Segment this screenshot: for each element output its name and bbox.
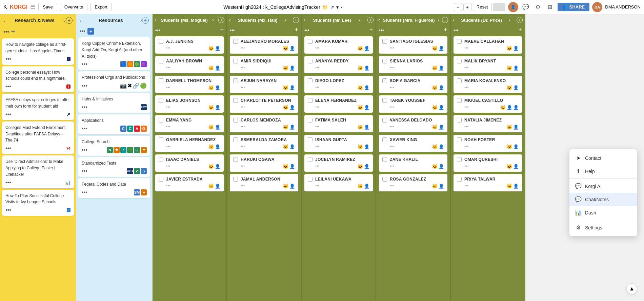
- resource-card-6[interactable]: Standardized Tests ••• ACT ✓ S: [78, 157, 150, 177]
- share-button[interactable]: 👥 SHARE: [558, 3, 590, 11]
- card-dots[interactable]: •••: [82, 104, 87, 110]
- context-chat-notes[interactable]: 💬 Chat/Notes: [569, 193, 637, 206]
- col-add-mrs-figueroa[interactable]: +: [442, 17, 448, 23]
- card-dots[interactable]: •••: [82, 189, 87, 195]
- student-ishaan-gupta[interactable]: ISHAAN GUPTA•••🐱👤: [304, 135, 373, 152]
- reset-button[interactable]: Reset: [473, 3, 492, 11]
- student-amir-siddiqui[interactable]: AMIR SIDDIQUI•••🐱👤: [230, 56, 298, 73]
- student-jocelyn-ramirez[interactable]: JOCELYN RAMIREZ•••🐱👤: [304, 154, 373, 172]
- context-help[interactable]: ℹ Help: [569, 165, 637, 178]
- card-dots[interactable]: •••: [82, 61, 87, 67]
- resource-card-5[interactable]: College Search ••• N ★ ✓ 🌿 G ✦: [78, 136, 150, 156]
- student-jamal-anderson[interactable]: JAMAL ANDERSON•••🐱👤: [230, 174, 298, 191]
- research-card-3[interactable]: FAFSA delays spur colleges to offer thei…: [2, 94, 74, 120]
- resource-card-1[interactable]: Korgi Clipper Chrome Extension, Korgi Ad…: [78, 37, 150, 70]
- student-miguel-castillo[interactable]: MIGUEL CASTILLO•••🐱👤👤: [454, 95, 522, 113]
- student-tarek-youssef[interactable]: TAREK YOUSSEF•••🐱👤: [379, 95, 447, 113]
- student-alejandro-morales[interactable]: ALEJANDRO MORALES•••🐱👤: [230, 36, 298, 54]
- research-card-1[interactable]: How to navigate college as a first-gen s…: [2, 38, 74, 65]
- col-plus2-ms-moguel[interactable]: +: [220, 26, 224, 34]
- col-add-resources[interactable]: +: [142, 17, 149, 24]
- col-plus-research[interactable]: +: [11, 28, 15, 36]
- zoom-out-button[interactable]: −: [454, 3, 462, 11]
- scroll-up-button[interactable]: ▲: [626, 283, 637, 294]
- card-dots[interactable]: •••: [5, 207, 11, 213]
- resource-card-7[interactable]: Federal Codes and Data ••• SM ✦: [78, 178, 150, 198]
- student-xavier-king[interactable]: XAVIER KING•••🐱👤: [379, 135, 447, 152]
- student-haruki-ogawa[interactable]: HARUKI OGAWA•••🐱👤: [230, 154, 298, 172]
- context-dash[interactable]: 📊 Dash: [569, 206, 637, 219]
- col-prev-mr-lee[interactable]: ‹: [304, 17, 305, 23]
- student-aj-jenkins[interactable]: A.J. JENKINS•••🐱👤: [155, 36, 224, 54]
- col-dots-mrs-figueroa[interactable]: •••: [379, 27, 384, 33]
- student-priya-talwar[interactable]: PRIYA TALWAR•••🐱👤: [454, 174, 522, 191]
- col-add-mr-lee[interactable]: +: [367, 17, 374, 23]
- context-contact[interactable]: ➤ Contact: [569, 151, 637, 165]
- card-dots[interactable]: •••: [5, 111, 11, 117]
- grid-icon-button[interactable]: ⊞: [545, 2, 555, 12]
- student-omar-qureshi[interactable]: OMAR QURESHI•••🐱👤: [454, 154, 522, 172]
- student-vanessa-delgado[interactable]: VANESSA DELGADO•••🐱👤: [379, 115, 447, 132]
- student-maeve-callahan[interactable]: MAEVE CALLAHAN•••🐱👤: [454, 36, 522, 54]
- student-javier-estrada[interactable]: JAVIER ESTRADA•••🐱👤: [155, 174, 224, 191]
- student-natalia-jimenez[interactable]: NATALIA JIMENEZ•••🐱👤: [454, 115, 522, 132]
- student-leilani-uekawa[interactable]: LEILANI UEKAWA•••🐱👤: [304, 174, 373, 191]
- save-button[interactable]: Save: [38, 3, 57, 11]
- student-gabriela-hernandez[interactable]: GABRIELA HERNANDEZ•••🐱👤: [155, 135, 224, 152]
- research-card-4[interactable]: Colleges Must Extend Enrollment Deadline…: [2, 121, 74, 154]
- student-malik-bryant[interactable]: MALIK BRYANT•••🐱👤: [454, 56, 522, 73]
- col-dots-ms-moguel[interactable]: •••: [155, 27, 160, 33]
- student-elias-johnson[interactable]: ELIAS JOHNSON•••🐱👤: [155, 95, 224, 113]
- student-arjun-narayan[interactable]: ARJUN NARAYAN•••🐱👤: [230, 76, 298, 93]
- card-dots[interactable]: •••: [82, 168, 87, 174]
- research-card-2[interactable]: College personal essays: How schools cou…: [2, 66, 74, 93]
- resource-card-3[interactable]: Hubs & Initiatives ••• ACT: [78, 93, 150, 113]
- research-card-6[interactable]: How To Plan Successful College Visits to…: [2, 190, 74, 216]
- card-dots[interactable]: •••: [5, 180, 11, 186]
- title-share-icon[interactable]: ↗: [330, 4, 334, 10]
- col-plus2-mr-lee[interactable]: +: [369, 26, 373, 34]
- title-folder-icon[interactable]: 📁: [322, 4, 328, 10]
- col-plus2-dr-price[interactable]: +: [518, 26, 522, 34]
- zoom-in-button[interactable]: +: [463, 3, 471, 11]
- col-next-mrs-figueroa[interactable]: ›: [438, 17, 439, 23]
- student-amara-kumar[interactable]: AMARA KUMAR•••🐱👤: [304, 36, 373, 54]
- card-dots[interactable]: •••: [5, 83, 11, 90]
- col-dots-mr-lee[interactable]: •••: [304, 27, 309, 33]
- student-diego-lopez[interactable]: DIEGO LOPEZ•••🐱👤: [304, 76, 373, 93]
- card-dots[interactable]: •••: [82, 126, 87, 132]
- student-santiago-iglesias[interactable]: SANTIAGO IGLESIAS•••🐱👤: [379, 36, 447, 54]
- student-ananya-reddy[interactable]: ANANYA REDDY•••🐱👤: [304, 56, 373, 73]
- student-sofia-garcia[interactable]: SOFIA GARCIA•••🐱👤: [379, 76, 447, 93]
- student-zane-khalil[interactable]: ZANE KHALIL•••🐱👤: [379, 154, 447, 172]
- student-sienna-larios[interactable]: SIENNA LARIOS•••🐱👤: [379, 56, 447, 73]
- export-button[interactable]: Export: [90, 3, 112, 11]
- context-settings[interactable]: ⚙ Settings: [569, 221, 637, 234]
- col-add-ms-moguel[interactable]: +: [218, 17, 224, 23]
- student-charlotte-peterson[interactable]: CHARLOTTE PETERSON•••🐱👤: [230, 95, 298, 113]
- col-next-dr-price[interactable]: ›: [508, 17, 510, 23]
- resource-card-2[interactable]: Professional Orgs and Publications ••• 📷…: [78, 71, 150, 92]
- col-next-mr-lee[interactable]: ›: [358, 17, 360, 23]
- col-add-research[interactable]: +: [66, 17, 73, 24]
- student-carlos-mendoza[interactable]: CARLOS MENDOZA•••🐱👤: [230, 115, 298, 132]
- col-prev-ms-moguel[interactable]: ‹: [155, 17, 156, 23]
- col-plus2-mx-hall[interactable]: +: [295, 26, 298, 34]
- student-maria-kovalenko[interactable]: MARIA KOVALENKO•••🐱👤: [454, 76, 522, 93]
- hamburger-menu-icon[interactable]: ☰: [30, 3, 36, 11]
- title-next-icon[interactable]: ›: [341, 4, 342, 10]
- col-plus-resources[interactable]: +: [87, 28, 94, 35]
- col-next-ms-moguel[interactable]: ›: [212, 17, 214, 23]
- col-dots-resources[interactable]: •••: [80, 28, 85, 34]
- card-dots[interactable]: •••: [82, 147, 87, 153]
- student-aaliyah-brown[interactable]: AALIYAH BROWN•••🐱👤: [155, 56, 224, 73]
- col-dots-mx-hall[interactable]: •••: [230, 27, 235, 33]
- student-darnell-thompson[interactable]: DARNELL THOMPSON•••🐱👤: [155, 76, 224, 93]
- context-korgi-ai[interactable]: 💬 Korgi AI: [569, 180, 637, 193]
- student-emma-yang[interactable]: EMMA YANG•••🐱👤: [155, 115, 224, 132]
- chat-icon-button[interactable]: 💬: [521, 2, 530, 12]
- card-dots[interactable]: •••: [5, 145, 11, 151]
- student-rosa-gonzalez[interactable]: ROSA GONZALEZ•••🐱👤: [379, 174, 447, 191]
- col-dots-dr-price[interactable]: •••: [454, 27, 459, 33]
- col-add-mx-hall[interactable]: +: [293, 17, 299, 23]
